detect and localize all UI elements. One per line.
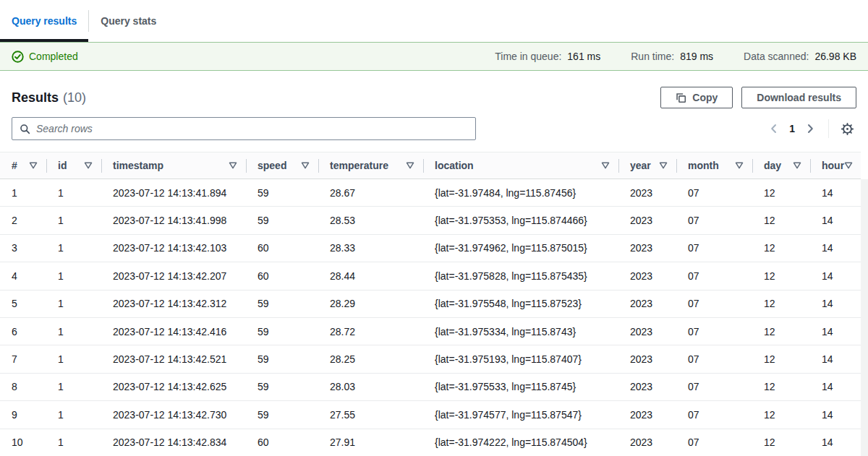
column-label: #	[12, 160, 17, 171]
table-cell: 60	[246, 262, 318, 290]
table-cell: 2023-07-12 14:13:42.207	[101, 262, 246, 290]
table-cell: 07	[676, 429, 752, 456]
table-cell: {lat=-31.975548, lng=115.87523}	[423, 290, 618, 317]
time-in-queue-stat: Time in queue: 161 ms	[495, 51, 600, 62]
table-cell: 59	[246, 373, 318, 400]
query-results-panel: Query results Query stats Completed Time…	[0, 0, 868, 456]
table-cell: 1	[46, 290, 101, 317]
tabs-bar: Query results Query stats	[0, 0, 868, 42]
table-cell: {lat=-31.974577, lng=115.87547}	[423, 401, 618, 429]
column-label: day	[764, 160, 781, 171]
download-results-button[interactable]: Download results	[741, 87, 856, 108]
table-cell: 59	[246, 345, 318, 373]
tab-label: Query stats	[101, 15, 156, 27]
table-cell: 10	[0, 429, 46, 456]
filter-dropdown-icon[interactable]	[406, 162, 414, 169]
column-header-year[interactable]: year	[618, 152, 676, 179]
column-header-day[interactable]: day	[752, 152, 810, 179]
table-row: 212023-07-12 14:13:41.9985928.53{lat=-31…	[0, 207, 861, 234]
table-cell: 5	[0, 290, 46, 317]
results-title: Results(10)	[12, 90, 86, 106]
table-cell: 12	[752, 234, 810, 262]
filter-dropdown-icon[interactable]	[229, 162, 237, 169]
tab-query-stats[interactable]: Query stats	[89, 0, 168, 42]
search-box[interactable]	[12, 117, 476, 140]
table-row: 1012023-07-12 14:13:42.8346027.91{lat=-3…	[0, 429, 861, 456]
search-input[interactable]	[36, 123, 468, 134]
table-header-row: #idtimestampspeedtemperaturelocationyear…	[0, 152, 861, 179]
table-cell: 07	[676, 179, 752, 207]
table-toolbar: 1	[0, 117, 868, 140]
table-cell: 2023	[618, 234, 676, 262]
table-cell: 12	[752, 179, 810, 207]
table-cell: 14	[810, 345, 861, 373]
filter-dropdown-icon[interactable]	[84, 162, 93, 169]
table-cell: 9	[0, 401, 46, 429]
column-header-speed[interactable]: speed	[246, 152, 318, 179]
table-cell: 2023-07-12 14:13:42.625	[101, 373, 246, 400]
table-cell: 07	[676, 345, 752, 373]
table-cell: 28.72	[318, 317, 423, 345]
pagination: 1	[765, 119, 856, 138]
table-cell: 14	[810, 401, 861, 429]
tab-query-results[interactable]: Query results	[0, 0, 88, 42]
table-cell: 2023-07-12 14:13:42.834	[101, 429, 246, 456]
copy-icon	[676, 93, 686, 103]
table-cell: 59	[246, 207, 318, 234]
column-header-row-number[interactable]: #	[0, 152, 46, 179]
table-cell: 28.33	[318, 234, 423, 262]
filter-dropdown-icon[interactable]	[659, 162, 668, 169]
table-cell: 7	[0, 345, 46, 373]
table-cell: 59	[246, 179, 318, 207]
check-circle-icon	[12, 51, 24, 63]
table-cell: 2023-07-12 14:13:42.416	[101, 317, 246, 345]
next-page-button[interactable]	[801, 119, 820, 138]
previous-page-button[interactable]	[765, 119, 783, 138]
table-row: 812023-07-12 14:13:42.6255928.03{lat=-31…	[0, 373, 861, 400]
table-cell: 2023	[618, 179, 676, 207]
vertical-scrollbar[interactable]	[861, 179, 868, 456]
table-cell: 27.91	[318, 429, 423, 456]
filter-dropdown-icon[interactable]	[29, 162, 38, 169]
table-cell: {lat=-31.97484, lng=115.87456}	[423, 179, 618, 207]
filter-dropdown-icon[interactable]	[601, 162, 610, 169]
column-header-temperature[interactable]: temperature	[318, 152, 423, 179]
table-row: 612023-07-12 14:13:42.4165928.72{lat=-31…	[0, 317, 861, 345]
table-cell: 1	[46, 345, 101, 373]
run-time-value: 819 ms	[680, 51, 713, 62]
table-cell: 27.55	[318, 401, 423, 429]
column-label: month	[688, 160, 719, 171]
table-cell: 59	[246, 290, 318, 317]
status-label: Completed	[29, 51, 78, 62]
table-cell: 14	[810, 179, 861, 207]
column-header-location[interactable]: location	[423, 152, 618, 179]
download-button-label: Download results	[757, 92, 841, 103]
filter-dropdown-icon[interactable]	[301, 162, 310, 169]
filter-dropdown-icon[interactable]	[793, 162, 801, 169]
table-cell: {lat=-31.975353, lng=115.874466}	[423, 207, 618, 234]
table-row: 312023-07-12 14:13:42.1036028.33{lat=-31…	[0, 234, 861, 262]
column-header-month[interactable]: month	[676, 152, 752, 179]
column-header-timestamp[interactable]: timestamp	[101, 152, 246, 179]
data-scanned-value: 26.98 KB	[814, 51, 856, 62]
column-header-id[interactable]: id	[46, 152, 101, 179]
filter-dropdown-icon[interactable]	[735, 162, 744, 169]
table-cell: {lat=-31.975533, lng=115.8745}	[423, 373, 618, 400]
run-time-stat: Run time: 819 ms	[631, 51, 713, 62]
table-cell: 14	[810, 429, 861, 456]
copy-button[interactable]: Copy	[660, 87, 733, 108]
table-cell: 2023-07-12 14:13:42.312	[101, 290, 246, 317]
table-cell: 07	[676, 290, 752, 317]
query-status-bar: Completed Time in queue: 161 ms Run time…	[0, 42, 868, 71]
table-cell: 28.44	[318, 262, 423, 290]
current-page[interactable]: 1	[789, 123, 795, 134]
filter-dropdown-icon[interactable]	[844, 162, 853, 169]
table-cell: 28.67	[318, 179, 423, 207]
table-cell: 59	[246, 317, 318, 345]
column-header-hour[interactable]: hour	[810, 152, 861, 179]
table-preferences-button[interactable]	[838, 119, 856, 138]
table-cell: 2023-07-12 14:13:42.103	[101, 234, 246, 262]
chevron-right-icon	[804, 123, 816, 134]
table-cell: 12	[752, 429, 810, 456]
table-cell: 2023	[618, 262, 676, 290]
